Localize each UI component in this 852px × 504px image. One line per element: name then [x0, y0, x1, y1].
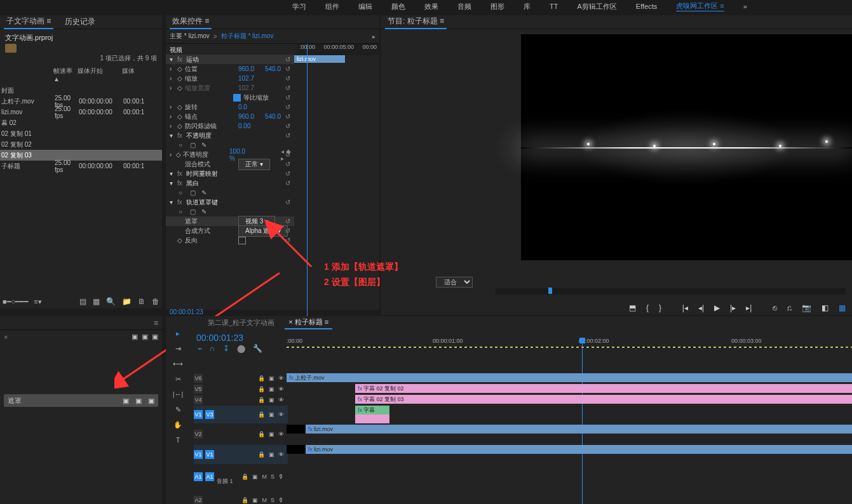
ec-row[interactable]: 合成方式Alpha 遮罩 ▾↺: [166, 226, 294, 235]
play-icon[interactable]: ▸: [372, 33, 375, 40]
crumb-seq[interactable]: 粒子标题 * lizi.mov: [221, 32, 274, 41]
ec-row[interactable]: ›◇不透明度100.0 %◂ ◆ ▸↺: [166, 150, 294, 159]
timeline-clip[interactable]: fx字幕 02 复制 02: [355, 384, 852, 393]
menu-tt[interactable]: TT: [550, 3, 558, 10]
menu-lib[interactable]: 库: [524, 2, 531, 11]
tab-project[interactable]: 子文字动画 ≡: [4, 15, 53, 29]
sort-icon[interactable]: ≡▾: [34, 298, 41, 306]
ec-row[interactable]: ›◇位置960.0540.0↺: [166, 64, 294, 74]
menu-effects2[interactable]: Effects: [636, 3, 657, 10]
ec-row[interactable]: ○▢✎: [166, 188, 294, 197]
selection-tool-icon[interactable]: ▸: [176, 328, 180, 339]
type-tool-icon[interactable]: T: [176, 434, 180, 446]
project-row[interactable]: lizi.mov25.00 fps00:00:00:0000:00:1: [0, 107, 162, 117]
track-header[interactable]: V1V1🔒▣👁: [194, 445, 288, 464]
list-icon[interactable]: ▤: [79, 297, 86, 306]
snap-icon[interactable]: ⌁: [198, 344, 202, 353]
ec-row[interactable]: ▾fx黑白↺: [166, 178, 294, 188]
goto-out-icon[interactable]: ▸|: [746, 303, 752, 312]
track-header[interactable]: V1V3🔒▣👁: [194, 406, 288, 423]
ripple-tool-icon[interactable]: ⟷: [173, 358, 183, 369]
preset-icon2[interactable]: ▣: [142, 333, 148, 341]
settings-icon[interactable]: ▦: [839, 303, 846, 312]
menu-wsa[interactable]: A剪辑工作区: [577, 2, 616, 11]
timeline-clip[interactable]: fx上粒子.mov: [287, 373, 852, 382]
zoom-slider[interactable]: ■━○━━━: [3, 298, 29, 306]
project-row[interactable]: 02 复制 03: [0, 150, 162, 161]
col-in[interactable]: 媒体开始: [78, 67, 122, 83]
ec-row[interactable]: ▾fx运动↺: [166, 55, 294, 64]
preset-icon3[interactable]: ▣: [152, 333, 158, 341]
razor-tool-icon[interactable]: ✂: [175, 373, 181, 385]
col-fps[interactable]: 帧速率 ▲: [53, 67, 78, 83]
project-row[interactable]: 幕 02: [0, 117, 162, 128]
ec-timecode[interactable]: 00:00:01:23: [170, 308, 203, 315]
track-header[interactable]: V2🔒▣👁: [194, 425, 288, 444]
ec-row[interactable]: ▾fx时间重映射↺: [166, 169, 294, 178]
step-back-icon[interactable]: ◂|: [698, 303, 704, 312]
ec-playhead[interactable]: [307, 44, 308, 317]
menu-graphics[interactable]: 图形: [490, 2, 504, 11]
ec-row[interactable]: ◇反向↺: [166, 235, 294, 245]
ec-row[interactable]: 视频: [166, 45, 294, 55]
tl-tab-2[interactable]: × 粒子标题 ≡: [285, 316, 332, 329]
bin-icon[interactable]: [5, 44, 17, 53]
link-icon[interactable]: ∩: [210, 344, 215, 353]
fit-select[interactable]: 适合: [436, 277, 473, 288]
ec-row[interactable]: ›◇锚点960.0540.0↺: [166, 112, 294, 121]
menu-more[interactable]: »: [743, 3, 747, 10]
audio-track-header[interactable]: A1A1🔒▣MS🎙音频 1: [194, 467, 288, 486]
export-frame-icon[interactable]: 📷: [802, 303, 811, 312]
col-name[interactable]: [0, 67, 53, 83]
ec-row[interactable]: ›◇防闪烁滤镜0.00↺: [166, 121, 294, 131]
tab-effectcontrols[interactable]: 效果控件 ≡: [170, 15, 212, 29]
track-header[interactable]: V6🔒▣👁: [194, 373, 288, 383]
play-icon[interactable]: ▶: [714, 303, 720, 312]
timeline-clip[interactable]: fx字幕 02 复制 03: [355, 395, 852, 404]
in-icon[interactable]: {: [646, 303, 649, 312]
menu-assembly[interactable]: 组件: [325, 2, 339, 11]
timeline-clip[interactable]: fxlizi.mov: [287, 445, 852, 454]
out-icon[interactable]: }: [659, 303, 661, 312]
timeline-clip[interactable]: [355, 414, 389, 423]
timeline-ruler[interactable]: :00:0000:00:01:0000:00:02:0000:00:03:00: [287, 338, 852, 348]
playhead[interactable]: [582, 338, 583, 504]
program-scrubber[interactable]: [496, 288, 846, 295]
program-viewport[interactable]: [521, 34, 852, 260]
timeline-timecode[interactable]: 00:00:01:23: [196, 333, 243, 343]
menu-ws-custom[interactable]: 虎嗅网工作区 ≡: [676, 1, 724, 11]
menu-learn[interactable]: 学习: [292, 2, 306, 11]
freeform-icon[interactable]: ▦: [93, 297, 100, 306]
lift-icon[interactable]: ⎋: [773, 303, 777, 312]
trash-icon[interactable]: 🗑: [152, 297, 159, 306]
ec-clip[interactable]: lizi.mov: [294, 55, 345, 63]
search-icon[interactable]: 🔍: [106, 297, 116, 306]
preset-icon[interactable]: ▣: [132, 333, 138, 341]
track-select-tool-icon[interactable]: ⇥: [175, 343, 181, 354]
menu-effects[interactable]: 效果: [424, 2, 438, 11]
panel-menu[interactable]: ≡: [154, 319, 158, 328]
ec-row[interactable]: ›◇缩放宽度102.7↺: [166, 83, 294, 93]
project-row[interactable]: 02 复制 02: [0, 139, 162, 150]
ec-row[interactable]: ▾fx轨道遮罩键↺: [166, 197, 294, 207]
marker-icon[interactable]: ⬒: [629, 303, 636, 312]
track-header[interactable]: V4🔒▣👁: [194, 395, 288, 405]
wrench-icon[interactable]: 🔧: [253, 344, 262, 353]
audio-track-header[interactable]: A2🔒▣MS🎙: [194, 491, 288, 504]
crumb-master[interactable]: 主要 * lizi.mov: [170, 32, 210, 41]
menu-color[interactable]: 颜色: [391, 2, 405, 11]
menu-edit[interactable]: 编辑: [358, 2, 372, 11]
ec-row[interactable]: 混合模式正常 ▾↺: [166, 159, 294, 169]
menu-audio[interactable]: 音频: [457, 2, 471, 11]
timeline-clip[interactable]: fxlizi.mov: [287, 425, 852, 434]
col-out[interactable]: 媒体: [122, 67, 154, 83]
clear-search-icon[interactable]: ×: [4, 333, 8, 341]
newbin-icon[interactable]: 📁: [122, 297, 132, 306]
slip-tool-icon[interactable]: |↔|: [173, 388, 184, 400]
compare-icon[interactable]: ◧: [822, 303, 828, 312]
extract-icon[interactable]: ⎌: [787, 303, 792, 312]
ec-row[interactable]: ›◇旋转0.0↺: [166, 102, 294, 112]
ec-row[interactable]: 等比缩放↺: [166, 93, 294, 102]
ec-row[interactable]: ›◇缩放102.7↺: [166, 74, 294, 83]
marker2-icon[interactable]: ↧: [223, 344, 229, 353]
